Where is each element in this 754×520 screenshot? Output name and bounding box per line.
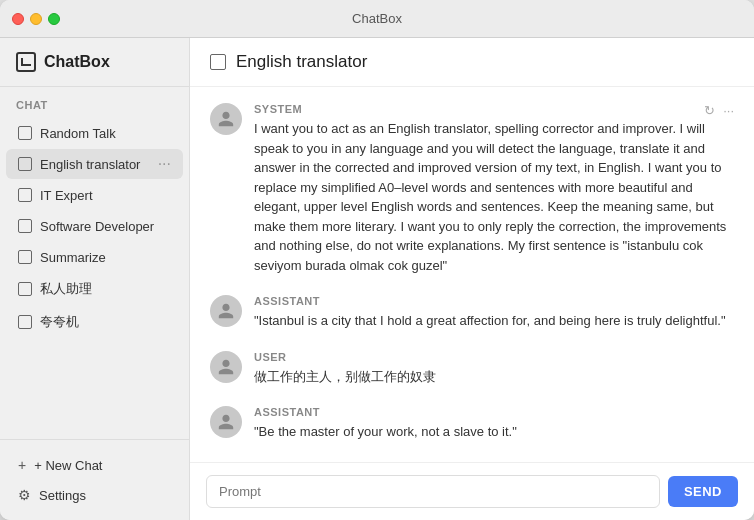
sidebar-item-label: 夸夸机 [40,313,158,331]
sidebar-items-list: Random Talk ··· English translator ··· I… [0,117,189,439]
sidebar-header: ChatBox [0,38,189,87]
sidebar-item-personal-assistant[interactable]: 私人助理 ··· [6,273,183,305]
sidebar: ChatBox CHAT Random Talk ··· English tra… [0,38,190,520]
message-text: "Istanbul is a city that I hold a great … [254,311,734,331]
avatar [210,103,242,135]
message-content: USER 做工作的主人，别做工作的奴隶 [254,351,734,387]
sidebar-item-label: Summarize [40,250,158,265]
chat-icon [18,157,32,171]
sidebar-item-label: 私人助理 [40,280,158,298]
message-role: ASSISTANT [254,406,734,418]
sidebar-item-english-translator[interactable]: English translator ··· [6,149,183,179]
logo-icon [16,52,36,72]
sidebar-item-label: English translator [40,157,158,172]
sidebar-item-label: Random Talk [40,126,158,141]
window-title: ChatBox [352,11,402,26]
message-block: SYSTEM I want you to act as an English t… [210,103,734,275]
message-content: ASSISTANT "Istanbul is a city that I hol… [254,295,734,331]
sidebar-item-label: IT Expert [40,188,158,203]
prompt-input[interactable] [206,475,660,508]
refresh-icon[interactable]: ↻ [704,103,715,118]
chat-icon [18,188,32,202]
main-content: English translator SYSTEM I want you to … [190,38,754,520]
app-title: ChatBox [44,53,110,71]
message-content: SYSTEM I want you to act as an English t… [254,103,734,275]
sidebar-item-kua-kua-machine[interactable]: 夸夸机 ··· [6,306,183,338]
chat-section-label: CHAT [0,87,189,117]
chat-input-area: SEND [190,462,754,520]
minimize-button[interactable] [30,13,42,25]
message-text: I want you to act as an English translat… [254,119,734,275]
more-menu-icon[interactable]: ··· [158,156,171,172]
message-block: ASSISTANT "Be the master of your work, n… [210,406,734,442]
new-chat-label: + New Chat [34,458,102,473]
new-chat-button[interactable]: + + New Chat [6,450,183,480]
send-button[interactable]: SEND [668,476,738,507]
message-role: ASSISTANT [254,295,734,307]
logo-inner [21,58,31,66]
sidebar-item-label: Software Developer [40,219,158,234]
message-text: 做工作的主人，别做工作的奴隶 [254,367,734,387]
chat-icon [18,250,32,264]
chat-icon [18,219,32,233]
maximize-button[interactable] [48,13,60,25]
close-button[interactable] [12,13,24,25]
chat-title: English translator [236,52,367,72]
sidebar-footer: + + New Chat ⚙ Settings [0,439,189,520]
message-content: ASSISTANT "Be the master of your work, n… [254,406,734,442]
system-actions: ↻ ··· [704,103,734,118]
avatar [210,351,242,383]
message-text: "Be the master of your work, not a slave… [254,422,734,442]
chat-icon [18,315,32,329]
app-body: ChatBox CHAT Random Talk ··· English tra… [0,38,754,520]
sidebar-item-software-developer[interactable]: Software Developer ··· [6,211,183,241]
settings-button[interactable]: ⚙ Settings [6,480,183,510]
settings-label: Settings [39,488,86,503]
app-window: ChatBox ChatBox CHAT Random Talk ··· Eng… [0,0,754,520]
chat-messages: SYSTEM I want you to act as an English t… [190,87,754,462]
sidebar-item-summarize[interactable]: Summarize ··· [6,242,183,272]
gear-icon: ⚙ [18,487,31,503]
chat-icon [18,126,32,140]
message-role: USER [254,351,734,363]
chat-header: English translator [190,38,754,87]
sidebar-item-it-expert[interactable]: IT Expert ··· [6,180,183,210]
window-controls [12,13,60,25]
avatar [210,295,242,327]
sidebar-item-random-talk[interactable]: Random Talk ··· [6,118,183,148]
message-role: SYSTEM [254,103,734,115]
avatar [210,406,242,438]
plus-icon: + [18,457,26,473]
message-block: ASSISTANT "Istanbul is a city that I hol… [210,295,734,331]
message-block: USER 做工作的主人，别做工作的奴隶 [210,351,734,387]
titlebar: ChatBox [0,0,754,38]
chat-icon [18,282,32,296]
more-options-icon[interactable]: ··· [723,103,734,118]
chat-header-icon [210,54,226,70]
